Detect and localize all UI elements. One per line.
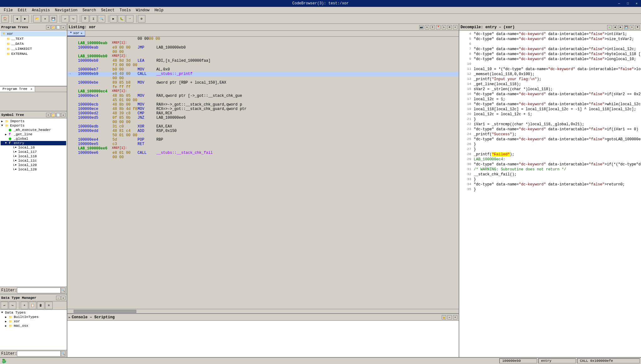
- listing-line[interactable]: LAB_100000eb0 XREF[2]:: [67, 54, 459, 59]
- console-lock[interactable]: 🔒: [442, 315, 446, 320]
- tb-settings[interactable]: ⚙: [138, 15, 145, 23]
- sym-local11c[interactable]: L● local_11c: [1, 159, 66, 163]
- listing-line[interactable]: 100000ee5c3RET: [67, 142, 459, 146]
- decomp-line[interactable]: 35}: [462, 187, 638, 192]
- decomp-line[interactable]: 24 _printf("Success");: [462, 132, 638, 137]
- decomp-line[interactable]: 22 iVar1 = _strncmp((char *)local_118,_g…: [462, 122, 638, 127]
- tb-disasm[interactable]: D: [81, 15, 89, 23]
- decomp-save[interactable]: 💾: [624, 25, 628, 29]
- menu-select[interactable]: Select: [98, 8, 117, 13]
- dt-tb-3[interactable]: +: [21, 302, 28, 309]
- symbol-filter-btn[interactable]: 🔍: [61, 288, 65, 293]
- dtype-xor[interactable]: ▶ 📁 xor: [1, 319, 66, 324]
- st-icon-1[interactable]: ⬆: [46, 113, 50, 117]
- listing-line[interactable]: 100000eb7b0 00MOVAL,0x0: [67, 67, 459, 72]
- decomp-line[interactable]: 11local_10 = *("dc-type" data-name="dc-k…: [462, 67, 638, 72]
- listing-cursor[interactable]: ⌶: [430, 25, 435, 29]
- sym-exports[interactable]: ▼ 📁 Exports: [1, 123, 66, 128]
- tree-item-text[interactable]: 📁 __TEXT: [1, 36, 66, 41]
- decomp-line[interactable]: 8"dc-type" data-name="dc-keyword" data-i…: [462, 52, 638, 57]
- decomp-line[interactable]: 12_memset(local_118,0,0x100);: [462, 72, 638, 77]
- listing-line[interactable]: 00 00 00: [67, 120, 459, 124]
- listing-refresh[interactable]: ↻: [442, 25, 446, 29]
- decomp-line[interactable]: 4"dc-type" data-name="dc-keyword" data-i…: [462, 32, 638, 37]
- pt-icon-3[interactable]: 📄: [56, 25, 60, 29]
- dtype-filter-input[interactable]: [17, 351, 61, 356]
- menu-analysis[interactable]: Analysis: [29, 8, 53, 13]
- sym-local120[interactable]: L● local_120: [1, 163, 66, 167]
- listing-compare[interactable]: ⚖: [425, 25, 429, 29]
- listing-line[interactable]: 100000ec448 8b 05MOVRAX,qword ptr [->_go…: [67, 94, 459, 98]
- tb-save[interactable]: 💾: [50, 15, 57, 23]
- maximize-button[interactable]: □: [623, 0, 632, 7]
- pt-icon-1[interactable]: +: [46, 25, 50, 29]
- listing-close[interactable]: ✕: [453, 25, 457, 29]
- decomp-line[interactable]: 34"dc-type" data-name="dc-keyword" data-…: [462, 182, 638, 187]
- sym-get-line[interactable]: ▶ f _get_line: [1, 132, 66, 137]
- menu-navigation[interactable]: Navigation: [52, 8, 80, 13]
- decomp-line[interactable]: 21 }: [462, 117, 638, 122]
- decomp-line[interactable]: 20 local_12c = local_12c + 1;: [462, 112, 638, 117]
- listing-line[interactable]: 00 00: [67, 155, 459, 159]
- listing-line[interactable]: 100000ed248 39 c8CMPRAX,RCX: [67, 111, 459, 116]
- menu-file[interactable]: File: [1, 8, 15, 13]
- pt-icon-close[interactable]: ✕: [61, 25, 65, 29]
- tree-item-xor[interactable]: ▼ xor: [1, 31, 66, 36]
- sym-local10[interactable]: L● local_10: [1, 145, 66, 150]
- console-close[interactable]: ✕: [453, 315, 457, 320]
- listing-line[interactable]: →100000eb9e8 40 00CALL__stubs::_printf: [67, 72, 459, 76]
- st-icon-3[interactable]: 📄: [56, 113, 60, 117]
- decomp-line[interactable]: 9"dc-type" data-name="dc-keyword" data-i…: [462, 57, 638, 62]
- decomp-menu[interactable]: ▼: [635, 25, 640, 29]
- decomp-line[interactable]: 13_printf("Input your flag:\n");: [462, 77, 638, 82]
- listing-line[interactable]: 100000edb31 c0XOREAX,EAX: [67, 124, 459, 129]
- tb-step[interactable]: →: [126, 15, 133, 23]
- menu-search[interactable]: Search: [80, 8, 98, 13]
- dtype-builtin[interactable]: ▶ 📁 BuiltInTypes: [1, 315, 66, 319]
- listing-tab-xor[interactable]: * xor ✕: [67, 31, 85, 36]
- sym-entry[interactable]: ▼ f entry: [1, 141, 66, 145]
- decomp-line[interactable]: 25 "dc-type" data-name="dc-keyword" data…: [462, 137, 638, 142]
- decomp-line[interactable]: 28 _printf("Failed");: [462, 152, 638, 157]
- decomp-line[interactable]: 5"dc-type" data-name="dc-keyword" data-i…: [462, 37, 638, 42]
- menu-edit[interactable]: Edit: [15, 8, 29, 13]
- listing-snapshot[interactable]: 📷: [419, 25, 424, 29]
- tb-run[interactable]: ▶: [110, 15, 117, 23]
- listing-line[interactable]: 00 0000 00: [67, 37, 459, 41]
- listing-line[interactable]: 100000eabe9 00 00JMPLAB_100000eb0: [67, 45, 459, 50]
- decomp-line[interactable]: 32 __stack_chk_fail();: [462, 172, 638, 177]
- menu-help[interactable]: Help: [152, 8, 166, 13]
- decomp-line[interactable]: 26 }: [462, 142, 638, 147]
- decomp-line[interactable]: 19 local_118[local_12c] = local_118[loca…: [462, 107, 638, 112]
- dt-icon-1[interactable]: ↓: [56, 296, 60, 300]
- decomp-line[interactable]: 30"dc-type" data-name="dc-keyword" data-…: [462, 162, 638, 167]
- tb-forward[interactable]: ▶: [21, 15, 29, 23]
- minimize-button[interactable]: —: [615, 0, 623, 7]
- st-icon-2[interactable]: 📁: [51, 113, 55, 117]
- sym-local118[interactable]: L● local_118: [1, 154, 66, 159]
- listing-line[interactable]: 100000ee45dPOPRBP: [67, 138, 459, 142]
- tb-back[interactable]: ◀: [13, 15, 21, 23]
- decomp-prev[interactable]: ◀: [613, 25, 617, 29]
- dt-tb-1[interactable]: ↩: [1, 302, 8, 309]
- listing-line[interactable]: 00 00: [67, 50, 459, 54]
- decomp-line[interactable]: 16"dc-type" data-name="dc-keyword" data-…: [462, 92, 638, 97]
- tree-item-linkedit[interactable]: 📁 __LINKEDIT: [1, 46, 66, 51]
- dt-tb-2[interactable]: ↪: [9, 302, 16, 309]
- listing-line[interactable]: f3 00 00 00: [67, 63, 459, 67]
- decomp-line[interactable]: 14_get_line(local_118);: [462, 82, 638, 87]
- decomp-line[interactable]: 18 "dc-type" data-name="dc-keyword" data…: [462, 102, 638, 107]
- tb-cursor[interactable]: ⌶: [90, 15, 97, 23]
- pt-icon-2[interactable]: 📂: [51, 25, 55, 29]
- listing-line[interactable]: 50 01 00 00: [67, 133, 459, 138]
- tb-search[interactable]: 🔍: [98, 15, 105, 23]
- listing-line[interactable]: 100000ecb48 8b 00MOVRAX=>->_got::__stack…: [67, 102, 459, 107]
- decomp-line[interactable]: 6: [462, 42, 638, 47]
- listing-line[interactable]: LAB_100000ec4 XREF[1]:: [67, 89, 459, 94]
- decomp-line[interactable]: 7"dc-type" data-name="dc-keyword" data-i…: [462, 47, 638, 52]
- dt-icon-close[interactable]: ✕: [61, 296, 65, 300]
- dtype-datatypes[interactable]: ▼ Data Types: [1, 310, 66, 315]
- listing-content[interactable]: 00 0000 00LAB_100000eab XREF[1]:100000ea…: [67, 37, 459, 309]
- sym-local117[interactable]: L● local_117: [1, 150, 66, 154]
- sym-imports[interactable]: ▶ 📁 Imports: [1, 119, 66, 123]
